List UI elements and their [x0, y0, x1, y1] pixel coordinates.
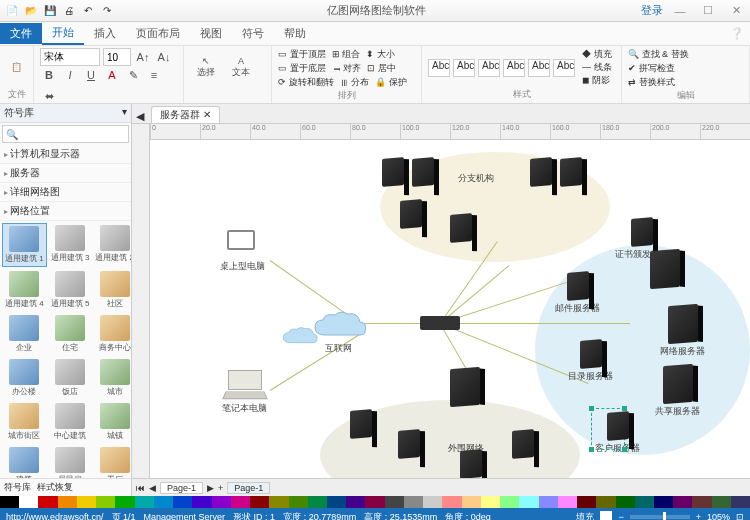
style-preset[interactable]: Abc — [528, 59, 550, 77]
color-swatch[interactable] — [19, 496, 38, 508]
zoom-in-icon[interactable]: + — [696, 512, 701, 520]
color-swatch[interactable] — [442, 496, 461, 508]
cat-servers[interactable]: 服务器 — [0, 164, 131, 183]
qat-redo-icon[interactable]: ↷ — [99, 3, 115, 19]
page-tab[interactable]: Page-1 — [227, 482, 270, 494]
qat-undo-icon[interactable]: ↶ — [80, 3, 96, 19]
laptop-icon[interactable] — [224, 370, 266, 400]
color-swatch[interactable] — [0, 496, 19, 508]
color-swatch[interactable] — [635, 496, 654, 508]
group-button[interactable]: ⊞ 组合 — [332, 48, 361, 61]
color-palette[interactable] — [0, 496, 750, 508]
decrease-font-icon[interactable]: A↓ — [155, 48, 173, 66]
color-swatch[interactable] — [558, 496, 577, 508]
style-preset[interactable]: Abc — [453, 59, 475, 77]
rotate-button[interactable]: ⟳ 旋转和翻转 — [278, 76, 334, 89]
cloud-icon[interactable] — [280, 325, 320, 347]
footer-library[interactable]: 符号库 — [4, 481, 31, 494]
line-button[interactable]: — 线条 — [582, 61, 612, 74]
server-icon[interactable] — [460, 449, 482, 478]
server-icon[interactable] — [412, 157, 434, 187]
fit-page-icon[interactable]: ⊡ — [736, 512, 744, 520]
qat-open-icon[interactable]: 📂 — [23, 3, 39, 19]
color-swatch[interactable] — [365, 496, 384, 508]
shape-item[interactable]: 通用建筑 2 — [93, 223, 131, 267]
footer-restore[interactable]: 样式恢复 — [37, 481, 73, 494]
server-selected[interactable] — [607, 411, 629, 441]
server-icon[interactable] — [450, 213, 472, 243]
color-swatch[interactable] — [673, 496, 692, 508]
color-swatch[interactable] — [481, 496, 500, 508]
server-icon[interactable] — [567, 271, 589, 301]
shape-item[interactable]: 城市街区 — [2, 401, 47, 443]
color-swatch[interactable] — [616, 496, 635, 508]
style-preset[interactable]: Abc — [553, 59, 575, 77]
shape-item[interactable]: 通用建筑 1 — [2, 223, 47, 267]
protect-button[interactable]: 🔒 保护 — [375, 76, 407, 89]
font-color-button[interactable]: A — [103, 66, 121, 84]
color-swatch[interactable] — [173, 496, 192, 508]
find-replace-button[interactable]: 🔍 查找 & 替换 — [628, 48, 689, 61]
fill-button[interactable]: ◆ 填充 — [582, 48, 612, 61]
shape-item[interactable]: 通用建筑 3 — [49, 223, 92, 267]
qat-print-icon[interactable]: 🖨 — [61, 3, 77, 19]
help-icon[interactable]: ❔ — [730, 27, 744, 40]
server-icon[interactable] — [512, 429, 534, 459]
shape-item[interactable]: 城镇 — [93, 401, 131, 443]
tab-symbol[interactable]: 符号 — [232, 23, 274, 44]
font-size-select[interactable] — [103, 48, 131, 66]
maximize-button[interactable]: ☐ — [694, 0, 722, 22]
shape-item[interactable]: 企业 — [2, 313, 47, 355]
zoom-out-icon[interactable]: − — [618, 512, 623, 520]
color-swatch[interactable] — [385, 496, 404, 508]
desktop-icon[interactable] — [227, 230, 259, 258]
qat-new-icon[interactable]: 📄 — [4, 3, 20, 19]
bring-front-button[interactable]: ▭ 置于顶层 — [278, 48, 326, 61]
server-icon[interactable] — [580, 339, 602, 369]
distribute-button[interactable]: ⫼ 分布 — [340, 76, 370, 89]
server-icon[interactable] — [350, 409, 372, 439]
server-icon[interactable] — [560, 157, 582, 187]
server-icon[interactable] — [668, 304, 698, 344]
hub-device[interactable] — [420, 316, 460, 330]
color-swatch[interactable] — [154, 496, 173, 508]
fill-swatch[interactable] — [600, 511, 612, 520]
zoom-slider[interactable] — [630, 515, 690, 519]
increase-font-icon[interactable]: A↑ — [134, 48, 152, 66]
color-swatch[interactable] — [539, 496, 558, 508]
highlight-button[interactable]: ✎ — [124, 66, 142, 84]
color-swatch[interactable] — [731, 496, 750, 508]
page-add-icon[interactable]: + — [218, 483, 223, 493]
qat-save-icon[interactable]: 💾 — [42, 3, 58, 19]
canvas[interactable]: 分支机构 证书颁发机构 邮件服务器 网络服务器 目录服务器 共享服务器 客户服务… — [150, 140, 750, 478]
shape-item[interactable]: 工厂 — [93, 445, 131, 478]
tab-prev-icon[interactable]: ◀ — [132, 110, 148, 123]
color-swatch[interactable] — [712, 496, 731, 508]
replace-style-button[interactable]: ⇄ 替换样式 — [628, 76, 675, 89]
shape-search-input[interactable]: 🔍 — [2, 125, 129, 143]
server-icon[interactable] — [650, 249, 680, 289]
color-swatch[interactable] — [308, 496, 327, 508]
style-preset[interactable]: Abc — [478, 59, 500, 77]
color-swatch[interactable] — [115, 496, 134, 508]
tab-view[interactable]: 视图 — [190, 23, 232, 44]
shape-item[interactable]: 中心建筑 — [49, 401, 92, 443]
tab-layout[interactable]: 页面布局 — [126, 23, 190, 44]
color-swatch[interactable] — [462, 496, 481, 508]
shape-item[interactable]: 城市 — [93, 357, 131, 399]
tab-insert[interactable]: 插入 — [84, 23, 126, 44]
color-swatch[interactable] — [692, 496, 711, 508]
color-swatch[interactable] — [327, 496, 346, 508]
align-button[interactable]: ⬌ — [40, 87, 58, 105]
text-tool[interactable]: A文本 — [225, 48, 257, 86]
shape-item[interactable]: 通用建筑 4 — [2, 269, 47, 311]
color-swatch[interactable] — [577, 496, 596, 508]
color-swatch[interactable] — [77, 496, 96, 508]
color-swatch[interactable] — [654, 496, 673, 508]
server-icon[interactable] — [450, 367, 480, 407]
tab-home[interactable]: 开始 — [42, 22, 84, 45]
shape-item[interactable]: 办公楼 — [2, 357, 47, 399]
color-swatch[interactable] — [96, 496, 115, 508]
color-swatch[interactable] — [135, 496, 154, 508]
color-swatch[interactable] — [269, 496, 288, 508]
